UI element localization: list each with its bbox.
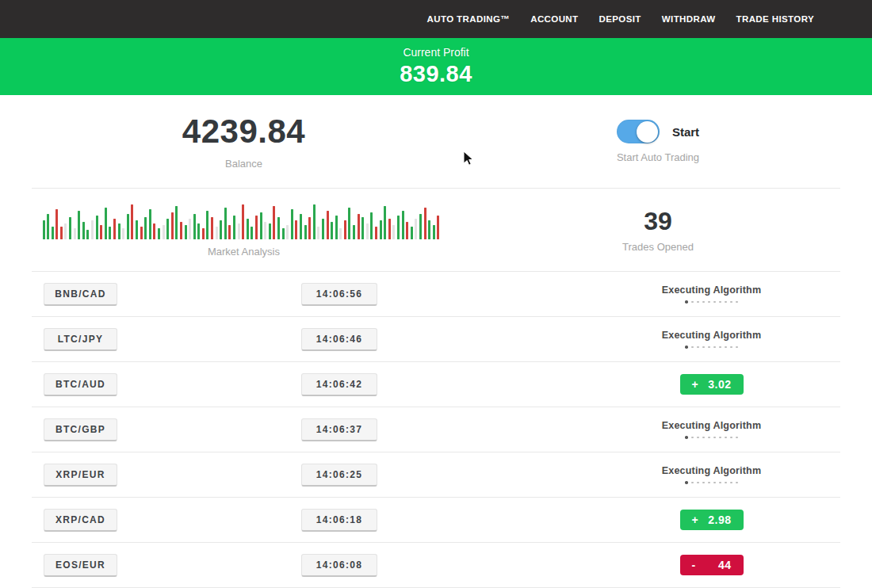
progress-dot [708, 437, 710, 439]
executing-status: Executing Algorithm [662, 465, 762, 484]
market-bar [380, 220, 382, 239]
market-bar [127, 214, 129, 239]
market-bar [122, 228, 124, 239]
trade-row: BNB/CAD 14:06:56 Executing Algorithm [32, 271, 840, 316]
market-bar [433, 225, 435, 239]
toggle-knob[interactable] [637, 121, 658, 143]
current-profit-banner: Current Profit 839.84 [0, 38, 872, 95]
market-bar [113, 219, 116, 239]
toggle-label: Start [672, 125, 699, 139]
executing-label: Executing Algorithm [662, 465, 762, 476]
market-bar [392, 225, 395, 239]
balance-block: 4239.84 Balance [0, 95, 488, 188]
progress-dot [691, 482, 694, 484]
progress-dot [691, 301, 694, 304]
market-bar [415, 219, 417, 239]
trade-result-badge: - 44 [680, 555, 744, 575]
trade-row: XRP/CAD 14:06:18 + 2.98 [32, 497, 840, 542]
trades-list: BNB/CAD 14:06:56 Executing Algorithm LTC… [32, 271, 840, 588]
progress-dot [736, 437, 738, 439]
market-bar [193, 214, 196, 239]
market-bar [375, 227, 377, 239]
executing-label: Executing Algorithm [662, 330, 762, 341]
auto-trading-toggle[interactable] [617, 120, 660, 143]
market-bar [166, 219, 169, 239]
market-bar [180, 222, 182, 239]
market-bar [406, 222, 408, 239]
pair-chip: LTC/JPY [44, 328, 117, 351]
market-bar [402, 211, 404, 239]
market-bar [140, 227, 143, 239]
market-bar [264, 222, 266, 239]
market-analysis-chart [43, 203, 446, 239]
pair-chip: XRP/EUR [44, 464, 117, 487]
trades-opened-label: Trades Opened [622, 241, 694, 253]
market-bar [286, 225, 289, 239]
time-chip: 14:06:37 [301, 418, 377, 441]
progress-dot [719, 301, 721, 304]
market-bar [313, 204, 316, 239]
market-bar [100, 225, 102, 239]
trade-result-badge: + 3.02 [680, 374, 744, 395]
current-profit-value: 839.84 [400, 61, 472, 87]
auto-trading-block: Start Start Auto Trading [488, 95, 872, 188]
progress-dot [736, 301, 738, 304]
progress-dot [725, 482, 727, 484]
market-bar [109, 227, 111, 239]
market-bar [158, 228, 160, 239]
progress-dot [708, 482, 710, 484]
progress-dot [719, 482, 721, 484]
market-bar [411, 227, 413, 239]
market-analysis-label: Market Analysis [208, 246, 280, 258]
pair-chip: BTC/AUD [44, 373, 117, 396]
trade-row: EOS/EUR 14:06:08 - 44 [32, 542, 840, 587]
progress-dot [725, 437, 727, 439]
nav-item-account[interactable]: ACCOUNT [530, 14, 578, 24]
summary-row-market: Market Analysis 39 Trades Opened [0, 189, 872, 271]
nav-item-auto-trading[interactable]: AUTO TRADING™ [427, 14, 511, 24]
market-bar [118, 223, 120, 239]
pair-chip: XRP/CAD [44, 509, 117, 532]
market-bar [55, 209, 58, 239]
market-bar [361, 217, 364, 239]
progress-dots [685, 481, 738, 484]
progress-dot [708, 346, 710, 349]
progress-dot [691, 346, 694, 349]
auto-trading-caption: Start Auto Trading [617, 151, 699, 163]
progress-dot [719, 346, 721, 349]
market-bar [202, 228, 205, 239]
progress-dot [730, 482, 732, 484]
market-bar [43, 220, 45, 239]
market-bar [136, 220, 138, 239]
nav-item-trade-history[interactable]: TRADE HISTORY [736, 14, 815, 24]
market-bar [82, 222, 85, 239]
market-bar [282, 228, 285, 239]
market-bar [353, 225, 355, 239]
market-bar [220, 220, 222, 239]
market-bar [322, 219, 324, 239]
market-bar [255, 216, 258, 239]
progress-dot [702, 346, 705, 349]
balance-label: Balance [225, 158, 262, 170]
trade-row: XRP/EUR 14:06:25 Executing Algorithm [32, 452, 840, 497]
progress-dot [685, 436, 688, 439]
nav-item-deposit[interactable]: DEPOSIT [599, 14, 641, 24]
trades-opened-block: 39 Trades Opened [488, 189, 872, 271]
market-bar [317, 227, 319, 239]
market-bar [348, 208, 350, 239]
market-bar [269, 223, 271, 239]
market-bar [388, 219, 391, 239]
progress-dots [685, 436, 738, 439]
nav-item-withdraw[interactable]: WITHDRAW [662, 14, 716, 24]
market-bar [105, 208, 107, 239]
market-bar [96, 216, 98, 239]
badge-sign: + [692, 378, 699, 391]
badge-value: 2.98 [708, 514, 731, 526]
time-chip: 14:06:18 [301, 509, 377, 532]
executing-status: Executing Algorithm [662, 284, 762, 304]
market-analysis-block: Market Analysis [0, 189, 488, 271]
trade-status-cell: Executing Algorithm [626, 284, 797, 304]
progress-dot [713, 301, 716, 304]
balance-value: 4239.84 [182, 113, 305, 150]
market-bar [366, 223, 369, 239]
